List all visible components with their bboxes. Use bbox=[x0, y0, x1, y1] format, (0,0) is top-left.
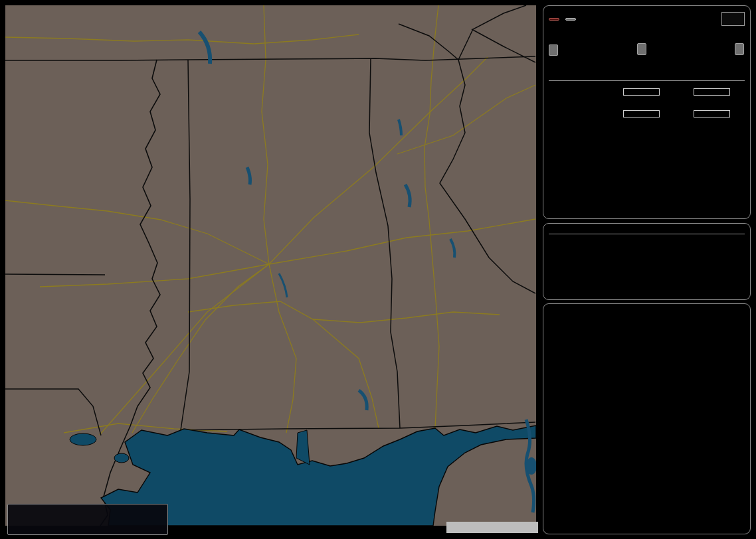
strike-legend bbox=[7, 504, 168, 535]
cg-negative-bar bbox=[694, 88, 730, 96]
ic-positive-bar bbox=[623, 110, 660, 117]
cg-positive-bar bbox=[623, 88, 660, 96]
trend-panel bbox=[543, 303, 751, 534]
lightning-map bbox=[5, 5, 536, 526]
bearing-range-display bbox=[721, 12, 745, 26]
trend-graph bbox=[545, 352, 750, 533]
app-window bbox=[0, 0, 756, 539]
ic-negative-bar bbox=[694, 110, 730, 117]
noises-per-min-button[interactable] bbox=[735, 43, 744, 55]
noise-button[interactable] bbox=[565, 18, 576, 21]
map-view[interactable] bbox=[5, 5, 536, 526]
datetime-display bbox=[549, 228, 745, 234]
strike-button[interactable] bbox=[549, 18, 559, 21]
copyright-label bbox=[446, 522, 538, 533]
close-per-min-button[interactable] bbox=[637, 43, 646, 55]
strikes-per-min-button[interactable] bbox=[549, 44, 558, 56]
status-panel bbox=[543, 223, 751, 300]
distribution-title bbox=[549, 78, 745, 81]
strike-stats-panel bbox=[543, 5, 751, 219]
